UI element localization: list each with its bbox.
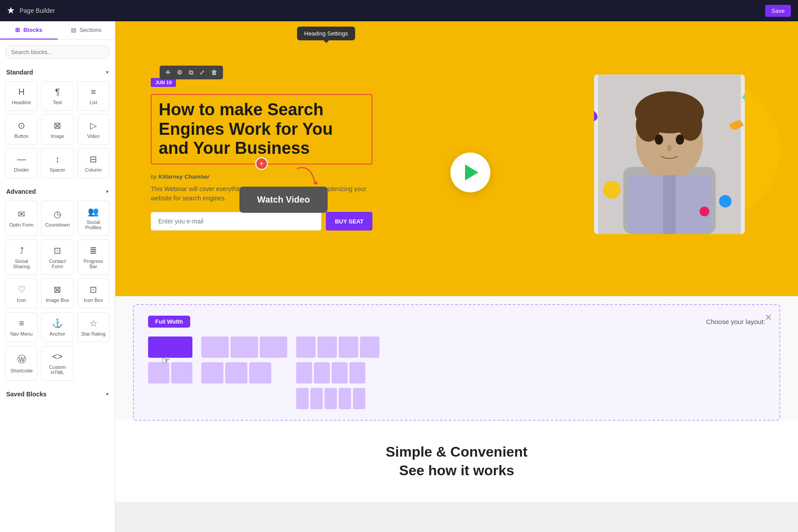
search-container bbox=[0, 40, 115, 64]
resize-icon[interactable]: ⤢ bbox=[198, 68, 206, 77]
contact-form-icon: ⊡ bbox=[54, 245, 61, 256]
section-standard-header[interactable]: Standard ▾ bbox=[0, 64, 115, 79]
block-image-box-label: Image Box bbox=[46, 297, 69, 303]
section-advanced-header[interactable]: Advanced ▾ bbox=[0, 184, 115, 199]
sections-icon: ▤ bbox=[71, 27, 76, 33]
block-progress-bar[interactable]: ≣ Progress Bar bbox=[77, 239, 110, 275]
block-column[interactable]: ⊟ Column bbox=[77, 148, 110, 178]
layout-col-2b bbox=[171, 362, 192, 383]
layout-option-4col-gap[interactable] bbox=[296, 362, 379, 383]
block-image[interactable]: ⊠ Image bbox=[41, 114, 74, 145]
layout-option-4col[interactable] bbox=[296, 336, 379, 358]
close-layout-button[interactable]: ✕ bbox=[765, 312, 772, 323]
layout-col-gap-4c bbox=[332, 362, 348, 383]
full-width-badge: Full Width bbox=[148, 316, 190, 328]
block-text[interactable]: ¶ Text bbox=[41, 81, 74, 111]
block-list[interactable]: ≡ List bbox=[77, 81, 110, 111]
email-input[interactable] bbox=[151, 212, 321, 231]
block-image-box[interactable]: ⊠ Image Box bbox=[41, 278, 74, 309]
layout-chooser-header: Full Width Choose your layout: ✕ bbox=[148, 316, 765, 328]
main-layout: ⊞ Blocks ▤ Sections Standard ▾ H Headlin… bbox=[0, 21, 798, 532]
layout-col-2a bbox=[148, 362, 169, 383]
block-anchor-label: Anchor bbox=[50, 331, 65, 336]
anchor-icon: ⚓ bbox=[52, 318, 63, 329]
block-social-sharing-label: Social Sharing bbox=[8, 258, 35, 269]
section-saved-header[interactable]: Saved Blocks ▾ bbox=[0, 386, 115, 401]
search-input[interactable] bbox=[5, 45, 110, 59]
block-text-label: Text bbox=[53, 100, 62, 105]
block-headline[interactable]: H Headline bbox=[5, 81, 38, 111]
top-bar: ★ Page Builder Save bbox=[0, 0, 798, 21]
settings-gear-icon[interactable]: ⚙ bbox=[176, 68, 184, 77]
heading-settings-tooltip: Heading Settings bbox=[297, 27, 355, 40]
custom-html-icon: <> bbox=[52, 352, 63, 362]
save-button[interactable]: Save bbox=[765, 5, 791, 17]
optin-form-icon: ✉ bbox=[18, 209, 25, 219]
layout-col-gap-4b bbox=[314, 362, 330, 383]
deco-circle-pink bbox=[700, 207, 709, 216]
tab-blocks[interactable]: ⊞ Blocks bbox=[0, 21, 58, 39]
block-countdown[interactable]: ◷ Countdown bbox=[41, 200, 74, 236]
nav-menu-icon: ≡ bbox=[19, 318, 24, 329]
block-video[interactable]: ▷ Video bbox=[77, 114, 110, 145]
layout-option-5col[interactable] bbox=[296, 388, 379, 409]
sidebar-tabs: ⊞ Blocks ▤ Sections bbox=[0, 21, 115, 40]
block-button[interactable]: ⊙ Button bbox=[5, 114, 38, 145]
layout-col-3a bbox=[201, 336, 229, 358]
block-contact-form[interactable]: ⊡ Contact Form bbox=[41, 239, 74, 275]
block-shortcode-label: Shortcode bbox=[10, 368, 32, 373]
block-countdown-label: Countdown bbox=[45, 222, 70, 227]
block-shortcode[interactable]: Ⓦ Shortcode bbox=[5, 346, 38, 381]
block-button-label: Button bbox=[15, 133, 29, 139]
social-profiles-icon: 👥 bbox=[88, 206, 99, 217]
duplicate-icon[interactable]: ⧉ bbox=[188, 68, 195, 77]
svg-point-9 bbox=[667, 145, 671, 151]
layout-col-gap-3a bbox=[201, 362, 223, 383]
move-icon[interactable]: ✛ bbox=[164, 68, 172, 77]
svg-marker-0 bbox=[313, 181, 318, 184]
block-anchor[interactable]: ⚓ Anchor bbox=[41, 312, 74, 342]
top-bar-right: Save bbox=[765, 5, 791, 17]
block-optin-label: Optin Form bbox=[9, 222, 34, 227]
top-bar-left: ★ Page Builder bbox=[7, 6, 55, 16]
svg-rect-11 bbox=[663, 175, 676, 234]
block-icon[interactable]: ♡ Icon bbox=[5, 278, 38, 309]
delete-icon[interactable]: 🗑 bbox=[210, 68, 219, 77]
add-block-button[interactable]: + bbox=[255, 157, 268, 170]
layout-option-3col[interactable] bbox=[201, 336, 287, 358]
block-social-sharing[interactable]: ⤴ Social Sharing bbox=[5, 239, 38, 275]
play-button[interactable] bbox=[450, 153, 490, 192]
layout-option-full[interactable]: ☞ bbox=[148, 336, 192, 358]
layout-option-3col-gap[interactable] bbox=[201, 362, 287, 383]
hero-section: Heading Settings JUN 19 ✛ ⚙ ⧉ ⤢ 🗑 How to… bbox=[115, 21, 798, 296]
hero-form: BUY SEAT bbox=[151, 212, 372, 231]
block-spacer[interactable]: ↕ Spacer bbox=[41, 148, 74, 178]
block-social-profiles-label: Social Profiles bbox=[79, 219, 107, 230]
author-prefix: by bbox=[151, 173, 157, 180]
chevron-down-icon-2: ▾ bbox=[106, 188, 109, 195]
deco-circle-blue bbox=[719, 195, 732, 207]
block-video-label: Video bbox=[87, 133, 100, 139]
icon-block-icon: ♡ bbox=[18, 284, 26, 295]
layout-col-4d bbox=[360, 336, 379, 358]
layout-option-2col-small[interactable] bbox=[148, 362, 192, 383]
block-optin-form[interactable]: ✉ Optin Form bbox=[5, 200, 38, 236]
chevron-down-icon: ▾ bbox=[106, 69, 109, 75]
block-nav-menu[interactable]: ≡ Nav Menu bbox=[5, 312, 38, 342]
block-star-rating[interactable]: ☆ Star Rating bbox=[77, 312, 110, 342]
block-icon-box[interactable]: ⊡ Icon Box bbox=[77, 278, 110, 309]
image-icon: ⊠ bbox=[54, 120, 61, 131]
block-contact-form-label: Contact Form bbox=[43, 258, 71, 269]
video-icon: ▷ bbox=[90, 120, 97, 131]
layout-col-4b bbox=[317, 336, 337, 358]
tab-sections[interactable]: ▤ Sections bbox=[58, 21, 115, 39]
block-divider[interactable]: — Divider bbox=[5, 148, 38, 178]
top-bar-title: Page Builder bbox=[20, 7, 55, 14]
block-spacer-label: Spacer bbox=[50, 167, 65, 172]
watch-video-button[interactable]: Watch Video bbox=[239, 187, 328, 213]
layout-col-5a bbox=[296, 388, 309, 409]
block-custom-html[interactable]: <> Custom HTML bbox=[41, 346, 74, 381]
block-social-profiles[interactable]: 👥 Social Profiles bbox=[77, 200, 110, 236]
cta-button[interactable]: BUY SEAT bbox=[326, 212, 372, 231]
svg-point-8 bbox=[676, 134, 684, 145]
